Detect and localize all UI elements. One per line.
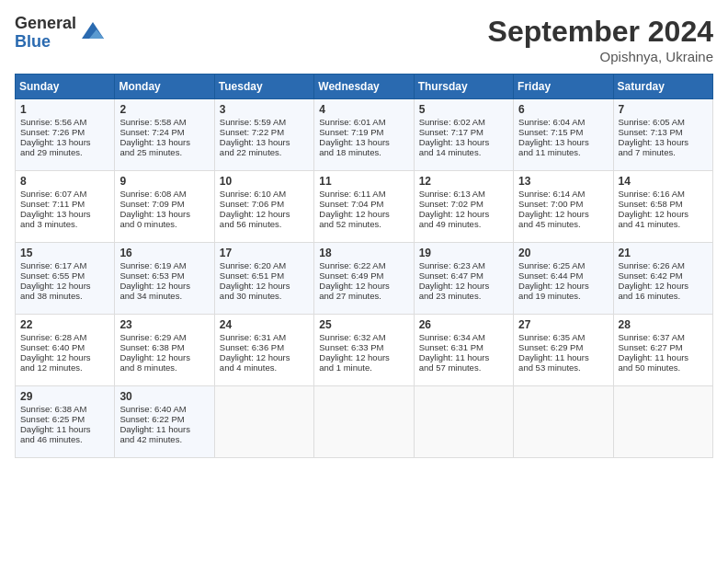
cell-line: Daylight: 13 hours <box>119 209 209 219</box>
calendar-cell: 28Sunrise: 6:37 AMSunset: 6:27 PMDayligh… <box>613 315 712 386</box>
cell-line: Sunset: 7:26 PM <box>20 127 109 137</box>
cell-line: Daylight: 12 hours <box>619 281 708 291</box>
cell-line: Sunrise: 6:37 AM <box>619 332 708 342</box>
day-number: 11 <box>319 175 408 188</box>
calendar-cell: 25Sunrise: 6:32 AMSunset: 6:33 PMDayligh… <box>314 315 414 386</box>
cell-line: Sunrise: 6:10 AM <box>220 189 309 199</box>
cell-line: Sunset: 6:44 PM <box>518 270 608 281</box>
day-number: 10 <box>220 175 309 188</box>
page-container: General Blue September 2024 Opishnya, Uk… <box>0 0 728 465</box>
cell-line: Daylight: 12 hours <box>20 352 109 362</box>
day-number: 13 <box>518 175 608 188</box>
cell-line: and 11 minutes. <box>518 147 608 157</box>
calendar-cell <box>414 386 513 458</box>
calendar-cell: 2Sunrise: 5:58 AMSunset: 7:24 PMDaylight… <box>115 99 214 171</box>
cell-line: Sunrise: 6:22 AM <box>319 260 408 270</box>
cell-line: Daylight: 13 hours <box>220 137 309 147</box>
cell-line: Daylight: 12 hours <box>220 281 309 291</box>
cell-line: and 8 minutes. <box>119 362 209 373</box>
cell-line: Daylight: 13 hours <box>518 137 608 147</box>
cell-line: and 46 minutes. <box>20 434 109 444</box>
cell-line: Sunrise: 6:38 AM <box>20 404 109 414</box>
cell-line: and 30 minutes. <box>220 291 309 301</box>
cell-line: Daylight: 11 hours <box>419 352 508 362</box>
cell-line: Sunset: 7:04 PM <box>319 199 408 209</box>
day-number: 30 <box>119 390 209 403</box>
cell-line: Sunrise: 6:11 AM <box>319 189 408 199</box>
cell-line: Daylight: 12 hours <box>419 209 508 219</box>
cell-line: Daylight: 12 hours <box>419 281 508 291</box>
calendar-cell: 5Sunrise: 6:02 AMSunset: 7:17 PMDaylight… <box>414 99 513 171</box>
cell-line: and 38 minutes. <box>20 291 109 301</box>
day-number: 5 <box>419 103 508 116</box>
calendar-cell: 9Sunrise: 6:08 AMSunset: 7:09 PMDaylight… <box>115 171 214 243</box>
cell-line: Sunset: 7:17 PM <box>419 127 508 137</box>
calendar-cell: 27Sunrise: 6:35 AMSunset: 6:29 PMDayligh… <box>514 315 613 386</box>
cell-line: Daylight: 13 hours <box>619 137 708 147</box>
location-subtitle: Opishnya, Ukraine <box>488 49 713 64</box>
cell-line: Sunrise: 6:20 AM <box>220 260 309 270</box>
day-number: 6 <box>518 103 608 116</box>
cell-line: Sunrise: 6:19 AM <box>119 260 209 270</box>
calendar-cell: 18Sunrise: 6:22 AMSunset: 6:49 PMDayligh… <box>314 243 414 315</box>
cell-line: Daylight: 13 hours <box>20 137 109 147</box>
calendar-cell: 16Sunrise: 6:19 AMSunset: 6:53 PMDayligh… <box>115 243 214 315</box>
cell-line: Daylight: 13 hours <box>419 137 508 147</box>
day-number: 18 <box>319 247 408 259</box>
calendar-cell: 29Sunrise: 6:38 AMSunset: 6:25 PMDayligh… <box>16 386 115 458</box>
cell-line: Daylight: 13 hours <box>319 137 408 147</box>
calendar-cell: 3Sunrise: 5:59 AMSunset: 7:22 PMDaylight… <box>214 99 313 171</box>
calendar-cell: 7Sunrise: 6:05 AMSunset: 7:13 PMDaylight… <box>613 99 712 171</box>
calendar-cell: 11Sunrise: 6:11 AMSunset: 7:04 PMDayligh… <box>314 171 414 243</box>
cell-line: Sunrise: 6:32 AM <box>319 332 408 342</box>
cell-line: and 23 minutes. <box>419 291 508 301</box>
cell-line: Sunset: 7:24 PM <box>119 127 209 137</box>
day-number: 22 <box>20 318 109 331</box>
cell-line: Sunrise: 6:25 AM <box>518 260 608 270</box>
day-header-friday: Friday <box>514 75 613 99</box>
day-number: 8 <box>20 175 109 188</box>
cell-line: Sunrise: 6:26 AM <box>619 260 708 270</box>
cell-line: Sunrise: 6:29 AM <box>119 332 209 342</box>
week-row-2: 8Sunrise: 6:07 AMSunset: 7:11 PMDaylight… <box>16 171 713 243</box>
cell-line: Daylight: 11 hours <box>20 424 109 434</box>
day-number: 21 <box>619 247 708 259</box>
cell-line: Daylight: 13 hours <box>20 209 109 219</box>
day-header-wednesday: Wednesday <box>314 75 414 99</box>
cell-line: Sunrise: 5:59 AM <box>220 117 309 127</box>
logo-text: General Blue <box>15 15 76 52</box>
day-number: 17 <box>220 247 309 259</box>
cell-line: and 19 minutes. <box>518 291 608 301</box>
cell-line: Sunset: 7:19 PM <box>319 127 408 137</box>
cell-line: and 34 minutes. <box>119 291 209 301</box>
cell-line: and 57 minutes. <box>419 362 508 373</box>
calendar-cell: 15Sunrise: 6:17 AMSunset: 6:55 PMDayligh… <box>16 243 115 315</box>
cell-line: and 42 minutes. <box>119 434 209 444</box>
calendar-cell: 14Sunrise: 6:16 AMSunset: 6:58 PMDayligh… <box>613 171 712 243</box>
cell-line: Sunset: 6:25 PM <box>20 414 109 424</box>
cell-line: and 56 minutes. <box>220 219 309 229</box>
day-header-saturday: Saturday <box>613 75 712 99</box>
cell-line: and 25 minutes. <box>119 147 209 157</box>
day-number: 4 <box>319 103 408 116</box>
week-row-1: 1Sunrise: 5:56 AMSunset: 7:26 PMDaylight… <box>16 99 713 171</box>
cell-line: Sunset: 6:55 PM <box>20 270 109 281</box>
cell-line: and 41 minutes. <box>619 219 708 229</box>
cell-line: Sunset: 6:58 PM <box>619 199 708 209</box>
calendar-cell: 20Sunrise: 6:25 AMSunset: 6:44 PMDayligh… <box>514 243 613 315</box>
calendar-cell: 24Sunrise: 6:31 AMSunset: 6:36 PMDayligh… <box>214 315 313 386</box>
cell-line: Daylight: 12 hours <box>119 352 209 362</box>
cell-line: and 52 minutes. <box>319 219 408 229</box>
day-number: 2 <box>119 103 209 116</box>
calendar-cell: 26Sunrise: 6:34 AMSunset: 6:31 PMDayligh… <box>414 315 513 386</box>
calendar-table: SundayMondayTuesdayWednesdayThursdayFrid… <box>15 74 713 458</box>
cell-line: Daylight: 12 hours <box>518 281 608 291</box>
cell-line: Daylight: 13 hours <box>119 137 209 147</box>
cell-line: Sunset: 6:31 PM <box>419 342 508 352</box>
cell-line: Daylight: 12 hours <box>319 352 408 362</box>
calendar-cell: 10Sunrise: 6:10 AMSunset: 7:06 PMDayligh… <box>214 171 313 243</box>
calendar-cell <box>613 386 712 458</box>
cell-line: Sunset: 6:36 PM <box>220 342 309 352</box>
calendar-cell: 17Sunrise: 6:20 AMSunset: 6:51 PMDayligh… <box>214 243 313 315</box>
day-header-thursday: Thursday <box>414 75 513 99</box>
